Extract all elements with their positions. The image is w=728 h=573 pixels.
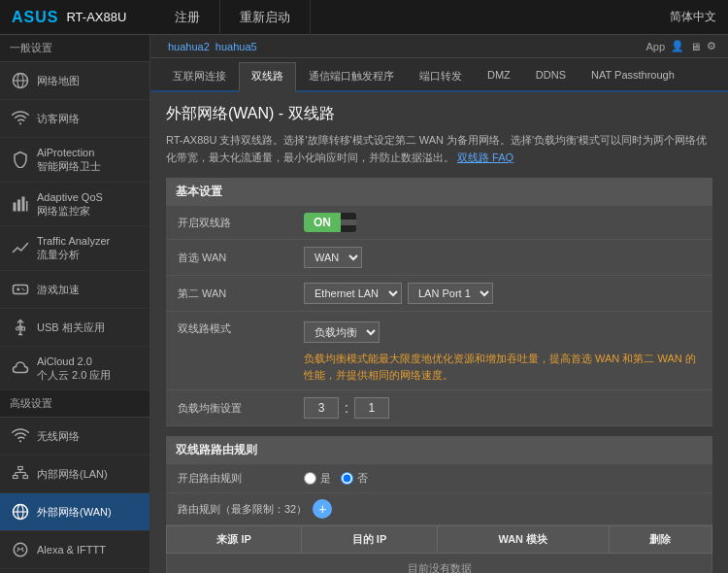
radio-no-input[interactable] (341, 472, 353, 485)
load-balance-label: 负载均衡设置 (178, 401, 304, 416)
status-bar: huahua2 huahua5 App 👤 🖥 ⚙ (150, 35, 728, 58)
status-icon-settings[interactable]: ⚙ (707, 40, 716, 52)
tab-dmz[interactable]: DMZ (475, 62, 523, 90)
secondary-wan-value: Ethernet LAN LAN Port 1 (304, 283, 493, 304)
radio-no-label: 否 (357, 471, 368, 486)
load-balance-value: : (304, 397, 389, 419)
secondary-wan-type-select[interactable]: Ethernet LAN (304, 283, 402, 304)
sidebar-item-aiprotection[interactable]: AiProtection 智能网络卫士 (0, 138, 149, 183)
radio-no[interactable]: 否 (341, 471, 368, 486)
sidebar-label-guest-network: 访客网络 (37, 112, 80, 125)
svg-rect-16 (22, 327, 25, 330)
tab-ddns[interactable]: DDNS (523, 62, 579, 90)
sidebar-label-aiprotection: AiProtection 智能网络卫士 (37, 146, 101, 174)
tab-nat-passthrough[interactable]: NAT Passthrough (579, 62, 687, 90)
sidebar-item-adaptive-qos[interactable]: Adaptive QoS 网络监控家 (0, 183, 149, 227)
sidebar-label-alexa: Alexa & IFTTT (37, 543, 106, 556)
basic-settings-header: 基本设置 (166, 178, 712, 206)
tab-port-trigger[interactable]: 通信端口触发程序 (296, 62, 407, 90)
router-model: RT-AX88U (66, 10, 126, 24)
enable-dual-wan-value: ON (304, 213, 356, 232)
radio-yes[interactable]: 是 (304, 471, 331, 486)
tab-dual-wan[interactable]: 双线路 (239, 62, 296, 92)
sidebar-label-network-map: 网络地图 (37, 74, 80, 87)
main-layout: 一般设置 网络地图 访客网络 AiProtection 智能网络卫士 Adapt… (0, 35, 728, 573)
dual-wan-toggle[interactable]: ON (304, 213, 356, 232)
qos-icon (10, 193, 31, 215)
sidebar-item-guest-network[interactable]: 访客网络 (0, 100, 149, 138)
status-icon-monitor[interactable]: 🖥 (690, 41, 701, 52)
table-header-delete: 删除 (609, 526, 711, 554)
sidebar-item-game-boost[interactable]: 游戏加速 (0, 271, 149, 309)
top-bar: ASUS RT-AX88U 注册 重新启动 简体中文 (0, 0, 728, 35)
radio-yes-input[interactable] (304, 472, 316, 485)
svg-rect-7 (26, 201, 28, 212)
sidebar-item-lan[interactable]: 内部网络(LAN) (0, 455, 149, 493)
secondary-wan-row: 第二 WAN Ethernet LAN LAN Port 1 (166, 276, 712, 312)
svg-rect-20 (18, 467, 23, 470)
enable-dual-wan-row: 开启双线路 ON (166, 206, 712, 240)
secondary-wan-label: 第二 WAN (178, 286, 304, 301)
sidebar-item-alexa[interactable]: Alexa & IFTTT (0, 531, 149, 569)
balance-val2[interactable] (354, 397, 389, 419)
add-rule-row: 路由规则（最多限制：32） + (166, 493, 712, 525)
lang-select[interactable]: 简体中文 (670, 9, 716, 25)
page-content: 外部网络(WAN) - 双线路 RT-AX88U 支持双线路。选择'故障转移'模… (150, 92, 728, 573)
routing-rules-section: 双线路路由规则 开启路由规则 是 否 (166, 436, 712, 573)
tabs: 互联网连接 双线路 通信端口触发程序 端口转发 DMZ DDNS NAT Pas… (150, 58, 728, 92)
sidebar-label-lan: 内部网络(LAN) (37, 467, 108, 481)
sidebar-section-general: 一般设置 (0, 35, 149, 62)
page-desc: RT-AX88U 支持双线路。选择'故障转移'模式设定第二 WAN 为备用网络。… (166, 132, 712, 166)
svg-point-15 (17, 327, 19, 330)
balance-val1[interactable] (304, 397, 339, 419)
table-header-dest-ip: 目的 IP (302, 526, 437, 554)
primary-wan-row: 首选 WAN WAN (166, 240, 712, 276)
sidebar-label-usb: USB 相关应用 (37, 320, 105, 334)
svg-point-32 (21, 548, 23, 550)
svg-point-30 (14, 544, 27, 557)
status-icons: App 👤 🖥 ⚙ (645, 40, 716, 52)
dual-wan-mode-select[interactable]: 负载均衡 (304, 321, 380, 343)
tab-port-forward[interactable]: 端口转发 (407, 62, 475, 90)
faq-link[interactable]: 双线路 FAQ (457, 152, 513, 163)
sidebar-item-wan[interactable]: 外部网络(WAN) (0, 493, 149, 531)
primary-wan-value: WAN (304, 247, 362, 268)
globe-icon (10, 70, 31, 91)
add-rule-button[interactable]: + (313, 499, 332, 519)
svg-rect-6 (22, 196, 25, 211)
nav-register[interactable]: 注册 (155, 0, 220, 35)
svg-point-31 (17, 548, 19, 550)
sidebar-item-usb-apps[interactable]: USB 相关应用 (0, 309, 149, 347)
routing-rule-table: 来源 IP 目的 IP WAN 模块 删除 目前没有数据 (166, 525, 712, 573)
dual-wan-mode-info: 负载均衡模式能最大限度地优化资源和增加吞吐量，提高首选 WAN 和第二 WAN … (304, 351, 701, 383)
wireless-icon (10, 425, 31, 447)
primary-wan-select[interactable]: WAN (304, 247, 362, 268)
game-icon (10, 279, 31, 300)
sidebar-item-network-map[interactable]: 网络地图 (0, 62, 149, 100)
status-ssid2: huahua5 (215, 41, 257, 52)
sidebar: 一般设置 网络地图 访客网络 AiProtection 智能网络卫士 Adapt… (0, 35, 150, 573)
table-header-source-ip: 来源 IP (167, 526, 302, 554)
nav-restart[interactable]: 重新启动 (220, 0, 311, 35)
wifi-icon (10, 108, 31, 129)
basic-settings-section: 基本设置 开启双线路 ON 首选 WAN (166, 178, 712, 426)
add-rule-label: 路由规则（最多限制：32） (178, 502, 307, 517)
top-right: 简体中文 (631, 9, 728, 25)
sidebar-label-wan: 外部网络(WAN) (37, 505, 112, 519)
svg-point-12 (23, 289, 25, 291)
sidebar-item-wireless[interactable]: 无线网络 (0, 418, 149, 455)
secondary-wan-port-select[interactable]: LAN Port 1 (408, 283, 493, 304)
sidebar-label-aicloud: AiCloud 2.0 个人云 2.0 应用 (37, 354, 111, 383)
status-icon-person[interactable]: 👤 (671, 40, 684, 52)
lan-icon (10, 463, 31, 485)
page-title: 外部网络(WAN) - 双线路 (166, 104, 712, 124)
svg-rect-21 (14, 476, 18, 479)
sidebar-item-traffic-analyzer[interactable]: Traffic Analyzer 流量分析 (0, 226, 149, 271)
shield-icon (10, 149, 31, 170)
app-label: App (645, 41, 665, 52)
load-balance-row: 负载均衡设置 : (166, 390, 712, 426)
page-desc-text: RT-AX88U 支持双线路。选择'故障转移'模式设定第二 WAN 为备用网络。… (166, 134, 707, 163)
tab-internet[interactable]: 互联网连接 (160, 62, 239, 90)
routing-rules-header: 双线路路由规则 (166, 436, 712, 464)
sidebar-item-aicloud[interactable]: AiCloud 2.0 个人云 2.0 应用 (0, 347, 149, 391)
